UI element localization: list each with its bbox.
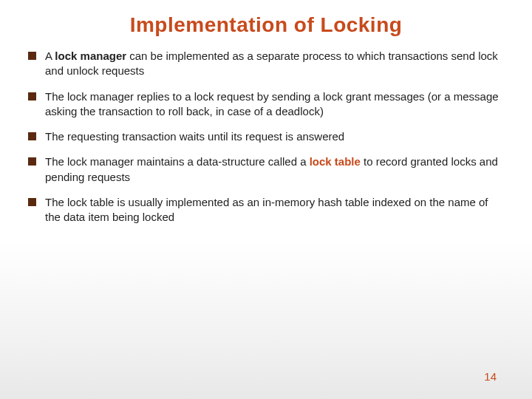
bullet-item: The requesting transaction waits until i… [28, 129, 504, 144]
text-fragment: The lock manager replies to a lock reque… [45, 90, 499, 117]
slide-content: A lock manager can be implemented as a s… [0, 41, 532, 225]
square-bullet-icon [28, 92, 36, 100]
square-bullet-icon [28, 52, 36, 60]
bullet-text: A lock manager can be implemented as a s… [45, 49, 504, 79]
bold-term: lock manager [55, 50, 126, 62]
bullet-item: The lock table is usually implemented as… [28, 195, 504, 225]
accent-term: lock table [310, 155, 361, 168]
bullet-text: The lock table is usually implemented as… [45, 195, 504, 225]
text-fragment: A [45, 50, 55, 62]
slide: Implementation of Locking A lock manager… [0, 0, 532, 399]
text-fragment: The lock table is usually implemented as… [45, 196, 488, 223]
square-bullet-icon [28, 157, 36, 166]
slide-title: Implementation of Locking [0, 0, 532, 41]
text-fragment: The lock manager maintains a data-struct… [45, 155, 310, 168]
bullet-item: The lock manager replies to a lock reque… [28, 89, 504, 120]
bullet-text: The lock manager maintains a data-struct… [45, 154, 504, 185]
page-number: 14 [484, 370, 497, 383]
square-bullet-icon [28, 198, 36, 206]
bullet-text: The requesting transaction waits until i… [45, 129, 504, 144]
bullet-text: The lock manager replies to a lock reque… [45, 89, 504, 120]
bullet-item: The lock manager maintains a data-struct… [28, 154, 504, 185]
text-fragment: The requesting transaction waits until i… [45, 130, 344, 143]
square-bullet-icon [28, 132, 36, 140]
bullet-item: A lock manager can be implemented as a s… [28, 49, 504, 79]
